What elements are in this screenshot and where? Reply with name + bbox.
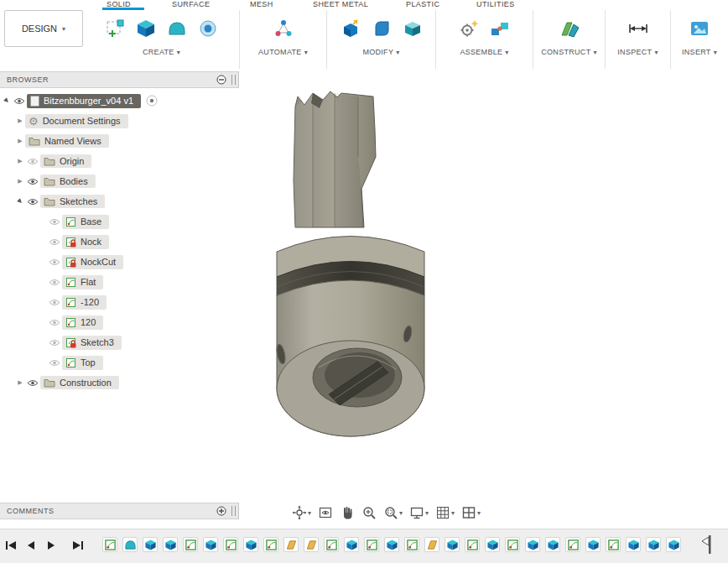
orbit-button[interactable]: ▾ [289,504,314,521]
browser-row-sketch-nockcut[interactable]: NockCut [47,253,123,270]
timeline-feature-extrude-icon[interactable] [384,537,399,552]
timeline-feature-sketch-icon[interactable] [465,537,480,552]
assemble-menu[interactable]: ASSEMBLE ▾ [460,48,508,56]
visibility-eye-off-icon[interactable] [47,319,62,326]
visibility-eye-icon[interactable] [25,198,40,206]
create-form-button[interactable] [164,16,190,41]
visibility-eye-off-icon[interactable] [47,339,62,347]
visibility-eye-icon[interactable] [25,178,40,185]
visibility-eye-off-icon[interactable] [47,258,62,266]
timeline-end-marker[interactable] [701,534,712,558]
look-at-button[interactable] [315,504,335,521]
zoom-button[interactable] [359,504,379,521]
visibility-eye-off-icon[interactable] [25,158,40,165]
measure-button[interactable] [626,16,651,41]
timeline-feature-sketch-icon[interactable] [404,537,419,552]
expand-arrow-icon[interactable]: ▶ [15,117,25,124]
timeline-feature-extrude-icon[interactable] [445,537,460,552]
timeline-feature-extrude-icon[interactable] [485,537,500,552]
browser-row-sketch-top[interactable]: Top [47,354,103,371]
construction-plane-button[interactable] [557,16,582,41]
grid-settings-button[interactable]: ▾ [433,504,457,521]
timeline-feature-extrude-icon[interactable] [666,537,681,552]
timeline-feature-sketch-icon[interactable] [102,537,117,552]
visibility-eye-off-icon[interactable] [47,238,62,246]
create-sphere-button[interactable] [195,16,221,41]
expand-arrow-icon[interactable]: ▶ [15,379,25,386]
timeline-feature-sketch-icon[interactable] [223,537,238,552]
timeline-play-button[interactable] [44,539,59,552]
timeline-feature-extrude-icon[interactable] [344,537,359,552]
timeline-feature-sketch-icon[interactable] [364,537,379,552]
viewports-button[interactable]: ▾ [459,504,483,521]
tab-mesh[interactable]: MESH [250,0,273,8]
browser-row-bodies[interactable]: ▶ Bodies [15,173,96,190]
browser-row-named-views[interactable]: ▶ Named Views [15,133,109,149]
timeline-feature-extrude-icon[interactable] [525,537,540,552]
browser-row-sketch-120[interactable]: 120 [47,314,103,331]
joint-button[interactable] [487,16,512,41]
timeline-step-back-button[interactable] [23,539,39,552]
expand-arrow-icon[interactable]: ▶ [15,178,25,185]
timeline-feature-extrude-icon[interactable] [143,537,158,552]
insert-button[interactable] [687,16,712,41]
construct-menu[interactable]: CONSTRUCT ▾ [541,48,597,56]
visibility-eye-off-icon[interactable] [47,279,62,286]
expand-arrow-icon[interactable]: ▶ [15,158,25,164]
activate-component-radio[interactable] [146,95,158,107]
add-comment-button[interactable] [216,506,226,516]
timeline-feature-extrude-icon[interactable] [203,537,218,552]
tab-plastic[interactable]: PLASTIC [406,0,439,8]
modify-menu[interactable]: MODIFY ▾ [362,48,399,56]
timeline-feature-plane-icon[interactable] [304,537,319,552]
expand-arrow-icon[interactable]: ▶ [1,95,13,107]
timeline-feature-sketch-icon[interactable] [606,537,621,552]
browser-row-sketches[interactable]: ▶ Sketches [15,193,105,210]
timeline-feature-extrude-icon[interactable] [545,537,560,552]
timeline-feature-extrude-icon[interactable] [243,537,258,552]
pan-button[interactable] [337,504,357,521]
tab-utilities[interactable]: UTILITIES [476,0,515,8]
timeline-feature-sketch-icon[interactable] [505,537,520,552]
automate-menu[interactable]: AUTOMATE ▾ [258,48,308,56]
visibility-eye-off-icon[interactable] [47,218,62,226]
shell-button[interactable] [400,16,425,41]
root-component[interactable]: Bitzenbburger_v04 v1 [27,94,141,108]
browser-row-construction[interactable]: ▶ Construction [15,374,119,391]
timeline-skip-start-button[interactable] [3,539,18,552]
expand-arrow-icon[interactable]: ▶ [15,138,25,144]
collapse-panel-button[interactable] [216,75,226,85]
visibility-eye-off-icon[interactable] [47,359,62,367]
timeline-feature-extrude-icon[interactable] [585,537,601,552]
timeline-feature-sketch-icon[interactable] [183,537,198,552]
press-pull-button[interactable] [338,16,363,41]
design-workspace-selector[interactable]: DESIGN ▾ [4,10,83,47]
viewport-canvas[interactable] [0,71,728,529]
browser-row-document-settings[interactable]: ▶ ⚙ Document Settings [15,112,128,129]
new-component-button[interactable] [456,16,481,41]
timeline-feature-sketch-icon[interactable] [263,537,278,552]
model-3d-part[interactable] [247,80,457,453]
panel-resize-grip[interactable] [231,506,236,516]
configure-button[interactable] [271,16,296,41]
visibility-eye-icon[interactable] [25,379,40,387]
window-zoom-button[interactable]: ▾ [381,504,405,521]
browser-row-sketch-sketch3[interactable]: Sketch3 [47,334,122,351]
timeline-feature-form-icon[interactable] [122,537,138,552]
timeline-feature-extrude-icon[interactable] [646,537,661,552]
browser-row-sketch-base[interactable]: Base [47,213,109,230]
browser-row-sketch-neg120[interactable]: -120 [47,294,107,310]
insert-menu[interactable]: INSERT ▾ [682,48,717,56]
inspect-menu[interactable]: INSPECT ▾ [617,48,658,56]
timeline-feature-sketch-icon[interactable] [565,537,580,552]
browser-row-sketch-nock[interactable]: Nock [47,233,109,250]
timeline-feature-extrude-icon[interactable] [163,537,178,552]
timeline-feature-extrude-icon[interactable] [626,537,641,552]
panel-resize-grip[interactable] [231,75,236,85]
timeline-feature-sketch-icon[interactable] [324,537,339,552]
browser-row-sketch-flat[interactable]: Flat [47,274,103,290]
timeline-skip-end-button[interactable] [70,539,86,552]
create-box-button[interactable] [133,16,159,41]
expand-arrow-icon[interactable]: ▶ [14,195,26,207]
create-sketch-button[interactable] [102,16,127,41]
